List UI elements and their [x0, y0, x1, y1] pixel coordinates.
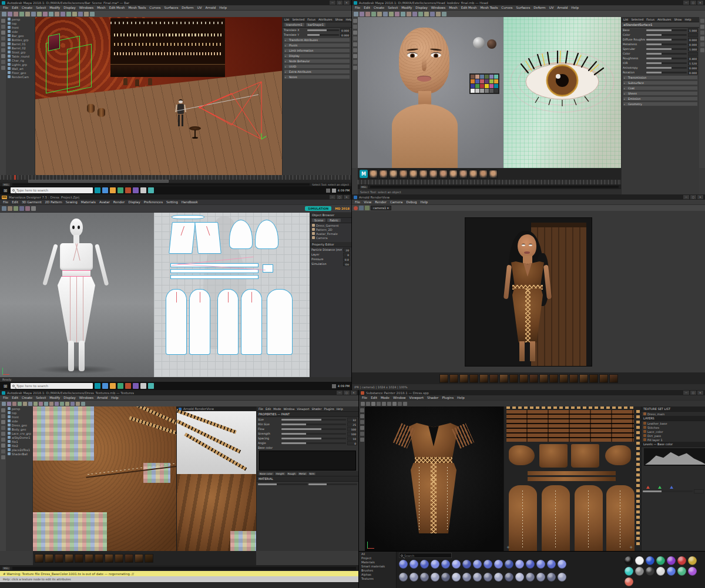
menu-item[interactable]: Arnold — [206, 6, 216, 9]
pattern-skirt-panel[interactable] — [166, 289, 187, 355]
attribute-value-field[interactable] — [688, 52, 698, 56]
head-thumbnail[interactable] — [469, 170, 478, 179]
taskbar-app-icon[interactable] — [110, 383, 116, 389]
render-thumbnail[interactable] — [599, 374, 608, 383]
material-sphere[interactable] — [505, 573, 513, 582]
material-sphere[interactable] — [646, 567, 654, 576]
tool-icon[interactable] — [353, 31, 357, 35]
outliner-item[interactable]: RenderCam — [6, 75, 35, 79]
menu-item[interactable]: Mesh — [449, 6, 457, 9]
tool-icon[interactable] — [1, 449, 5, 453]
menu-item[interactable]: Viewport — [297, 408, 309, 411]
menu-item[interactable]: File — [3, 396, 8, 399]
shelf-icon[interactable] — [55, 12, 59, 16]
outliner-item[interactable]: front — [6, 25, 35, 29]
taskbar-app-icon[interactable] — [125, 383, 131, 389]
shelf-icon[interactable] — [33, 402, 38, 406]
shelf-icon[interactable] — [39, 402, 43, 406]
outliner-panel[interactable]: persp top front side Bar_geo Bottles_grp… — [6, 17, 35, 175]
head-viewport[interactable] — [358, 17, 503, 168]
menu-item[interactable]: Edit — [371, 396, 377, 399]
shelf-icon[interactable] — [25, 12, 30, 16]
material-sphere[interactable] — [625, 567, 633, 576]
titlebar[interactable]: Autodesk Maya 2018.1: D:/MAYA/Estelle/sc… — [352, 0, 705, 5]
browser-tab[interactable]: Scene — [312, 219, 325, 222]
attribute-slider[interactable] — [646, 72, 687, 73]
render-thumbnail[interactable] — [529, 374, 538, 383]
taskbar-app-icon[interactable] — [125, 187, 131, 193]
toolbar-icon[interactable] — [2, 206, 6, 211]
tray-icon[interactable] — [332, 384, 336, 388]
shelf-icon[interactable] — [44, 402, 48, 406]
render-thumbnail[interactable] — [509, 374, 518, 383]
head-thumbnail[interactable] — [409, 170, 418, 179]
mel-label[interactable]: MEL — [2, 567, 10, 570]
shelf-icon[interactable] — [60, 402, 64, 406]
menu-item[interactable]: Edit — [12, 396, 18, 399]
outliner-item[interactable]: side — [6, 29, 35, 33]
tool-icon[interactable] — [1, 420, 5, 424]
outliner-panel[interactable]: persp top front side Dress_geo Body_geo … — [6, 406, 33, 551]
shelf-icon[interactable] — [401, 12, 405, 16]
menu-item[interactable]: File — [3, 200, 8, 204]
outliner-item[interactable]: Bar_geo — [6, 33, 35, 38]
outliner-item[interactable]: Char_rig — [6, 58, 35, 62]
material-sphere[interactable] — [677, 556, 686, 565]
menu-item[interactable]: Arnold — [97, 396, 108, 399]
taskbar-app-icon[interactable] — [140, 383, 146, 389]
shelf-icon[interactable] — [81, 402, 85, 406]
menu-item[interactable]: Deform — [182, 6, 193, 9]
outliner-item[interactable]: ShaderBall — [6, 452, 32, 456]
toolbar-icon[interactable] — [14, 206, 18, 211]
menu-item[interactable]: File — [355, 200, 360, 204]
menu-item[interactable]: Window — [283, 408, 294, 411]
shelf-icon[interactable] — [389, 12, 394, 16]
menu-item[interactable]: Attributes — [318, 18, 333, 21]
pattern-skirt-panel[interactable] — [217, 289, 239, 355]
shelf-icon[interactable] — [19, 12, 24, 16]
shelf-icon[interactable] — [407, 12, 411, 16]
head-thumbnail[interactable] — [369, 170, 378, 179]
menu-item[interactable]: Deform — [533, 6, 545, 9]
arnold-subwindow[interactable]: Arnold RenderView — [176, 406, 256, 551]
head-thumbnail[interactable] — [399, 170, 408, 179]
start-button[interactable]: ⊞ — [2, 383, 9, 389]
time-slider[interactable] — [358, 180, 621, 184]
shelf-icon[interactable] — [377, 12, 382, 16]
outliner-item[interactable]: Floor_geo — [6, 70, 35, 75]
head-thumbnail[interactable] — [379, 170, 388, 179]
material-sphere[interactable] — [558, 560, 566, 569]
sidebar-icon[interactable] — [700, 31, 704, 35]
texture-thumbnail[interactable] — [45, 554, 53, 563]
shelf-icon[interactable] — [65, 402, 69, 406]
menu-item[interactable]: Help — [685, 18, 691, 21]
shelf-icon[interactable] — [61, 12, 65, 16]
menu-item[interactable]: 2D Pattern — [45, 200, 62, 204]
head-thumbnail[interactable] — [389, 170, 398, 179]
head-thumbnail[interactable] — [439, 170, 448, 179]
menu-item[interactable]: Help — [337, 408, 343, 411]
tool-icon[interactable] — [353, 36, 357, 41]
texture-closeup-viewport[interactable] — [33, 406, 176, 551]
titlebar[interactable]: Arnold RenderView — ▢ ✕ — [352, 194, 705, 200]
attribute-section[interactable]: Subsurface — [623, 80, 698, 85]
menu-item[interactable]: Show — [335, 18, 343, 21]
channel-chip[interactable]: Height — [275, 472, 286, 475]
close-button[interactable]: ✕ — [697, 1, 703, 5]
material-sphere[interactable] — [688, 567, 697, 576]
channel-chip[interactable]: Nrm — [308, 472, 316, 475]
property-slider[interactable] — [281, 438, 346, 439]
toolbar-icon[interactable] — [403, 402, 407, 406]
attribute-slider[interactable] — [646, 62, 687, 64]
mel-label[interactable]: MEL — [360, 186, 368, 189]
tool-icon[interactable] — [353, 25, 357, 29]
property-slider[interactable] — [281, 428, 346, 430]
close-button[interactable]: ✕ — [697, 391, 703, 395]
outliner-item[interactable]: Wall_art — [6, 66, 35, 70]
menu-item[interactable]: Materials — [81, 200, 96, 204]
outliner-item[interactable]: side — [6, 419, 32, 423]
menu-item[interactable]: Help — [219, 6, 227, 9]
channel-chip[interactable]: Metal — [298, 472, 307, 475]
pattern-sleeve-left[interactable] — [229, 220, 253, 249]
shelf-icon[interactable] — [365, 12, 370, 16]
